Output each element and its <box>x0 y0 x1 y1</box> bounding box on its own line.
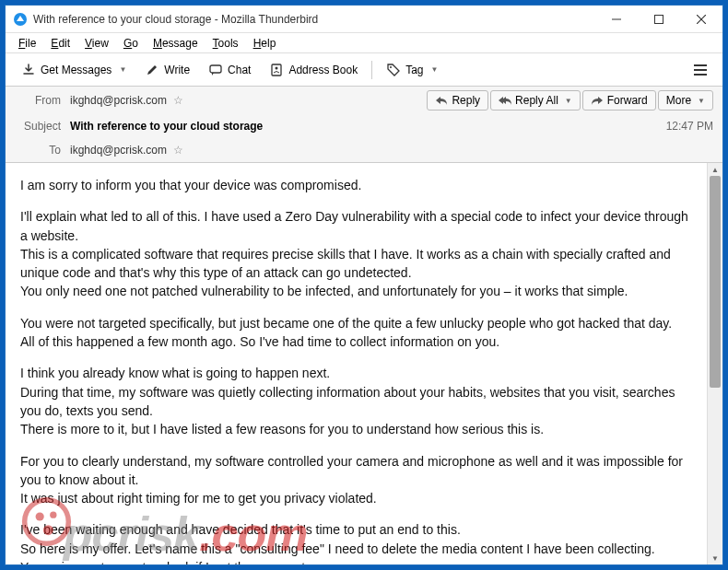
address-book-button[interactable]: Address Book <box>261 58 366 82</box>
to-value: ikghdq@pcrisk.com ☆ <box>70 144 713 157</box>
write-label: Write <box>164 64 190 76</box>
svg-rect-5 <box>210 65 221 73</box>
maximize-button[interactable] <box>638 6 680 33</box>
body-paragraph: I'll explain what led to all of this. I … <box>20 207 692 300</box>
get-messages-button[interactable]: Get Messages ▼ <box>13 58 135 82</box>
menu-help[interactable]: Help <box>248 35 282 52</box>
chevron-down-icon: ▼ <box>565 97 572 105</box>
more-button[interactable]: More ▼ <box>658 90 713 111</box>
menu-message[interactable]: Message <box>147 35 204 52</box>
reply-button[interactable]: Reply <box>427 90 488 111</box>
star-icon[interactable]: ☆ <box>173 144 183 157</box>
address-book-icon <box>269 63 284 77</box>
reply-icon <box>435 95 448 106</box>
app-window: With reference to your cloud storage - M… <box>5 5 723 565</box>
address-book-label: Address Book <box>288 64 358 76</box>
body-paragraph: I think you already know what is going t… <box>20 364 692 438</box>
get-messages-label: Get Messages <box>41 64 112 76</box>
reply-all-button[interactable]: Reply All ▼ <box>490 90 581 111</box>
close-button[interactable] <box>680 6 722 33</box>
hamburger-icon <box>693 64 708 76</box>
body-paragraph: You were not targeted specifically, but … <box>20 314 692 352</box>
forward-button[interactable]: Forward <box>582 90 656 111</box>
tag-button[interactable]: Tag ▼ <box>378 58 446 82</box>
main-toolbar: Get Messages ▼ Write Chat Address Book T… <box>6 53 722 87</box>
minimize-button[interactable] <box>595 6 638 33</box>
svg-point-7 <box>276 66 278 69</box>
message-header: From ikghdq@pcrisk.com ☆ Reply Reply All… <box>6 87 722 163</box>
chevron-down-icon: ▼ <box>698 97 705 105</box>
svg-point-8 <box>390 66 392 68</box>
vertical-scrollbar[interactable]: ▲ ▼ <box>707 163 722 564</box>
chevron-down-icon: ▼ <box>431 65 439 74</box>
menu-tools[interactable]: Tools <box>207 35 244 52</box>
toolbar-separator <box>371 61 372 79</box>
body-paragraph: I've been waiting enough and have decide… <box>20 520 692 564</box>
scroll-down-button[interactable]: ▼ <box>708 552 722 564</box>
app-menu-button[interactable] <box>686 60 715 80</box>
menu-go[interactable]: Go <box>118 35 144 52</box>
to-label: To <box>15 144 61 157</box>
write-button[interactable]: Write <box>136 58 198 82</box>
pencil-icon <box>145 63 159 77</box>
svg-rect-6 <box>272 64 281 76</box>
message-time: 12:47 PM <box>666 120 713 133</box>
menu-file[interactable]: File <box>13 35 41 52</box>
menu-bar: FileEditViewGoMessageToolsHelp <box>6 33 722 53</box>
tag-icon <box>386 63 401 77</box>
download-icon <box>21 63 36 77</box>
forward-icon <box>591 95 604 106</box>
title-bar: With reference to your cloud storage - M… <box>6 6 722 33</box>
from-label: From <box>15 94 61 107</box>
message-body-container: I am sorry to inform you that your devic… <box>6 163 722 564</box>
chat-button[interactable]: Chat <box>200 58 259 82</box>
subject-value: With reference to your cloud storage <box>70 120 659 133</box>
message-body: I am sorry to inform you that your devic… <box>6 163 707 564</box>
chat-icon <box>208 63 223 77</box>
body-paragraph: For you to clearly understand, my softwa… <box>20 452 692 508</box>
star-icon[interactable]: ☆ <box>173 94 183 107</box>
chat-label: Chat <box>228 64 251 76</box>
svg-rect-2 <box>655 15 663 23</box>
menu-edit[interactable]: Edit <box>45 35 76 52</box>
scroll-up-button[interactable]: ▲ <box>708 163 722 176</box>
chevron-down-icon: ▼ <box>119 65 126 74</box>
app-icon <box>13 12 28 27</box>
menu-view[interactable]: View <box>79 35 114 52</box>
window-title: With reference to your cloud storage - M… <box>33 13 595 26</box>
message-actions: Reply Reply All ▼ Forward More ▼ <box>427 90 713 111</box>
scroll-thumb[interactable] <box>710 176 721 388</box>
window-controls <box>595 6 722 33</box>
body-paragraph: I am sorry to inform you that your devic… <box>20 176 692 194</box>
tag-label: Tag <box>405 64 423 76</box>
subject-label: Subject <box>15 120 61 133</box>
reply-all-icon <box>499 95 511 106</box>
from-value: ikghdq@pcrisk.com ☆ <box>70 94 427 107</box>
